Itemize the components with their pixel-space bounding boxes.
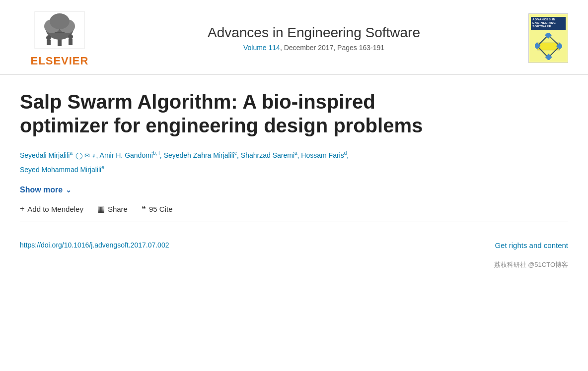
footer-bar: https://doi.org/10.1016/j.advengsoft.201… <box>0 232 588 258</box>
journal-title: Advances in Engineering Software <box>109 25 518 41</box>
author-mohammad[interactable]: Seyed Mohammad Mirjalili <box>20 166 101 174</box>
chevron-down-icon: ⌄ <box>66 186 72 194</box>
cite-button[interactable]: ❝ 95 Cite <box>142 204 173 214</box>
watermark: 荔枝科研社 @51CTO博客 <box>0 258 588 273</box>
share-button[interactable]: ▦ Share <box>97 204 128 214</box>
cover-header-bar: ADVANCES IN ENGINEERING SOFTWARE <box>531 17 566 30</box>
author-zahra[interactable]: Seyedeh Zahra Mirjalili <box>164 151 234 159</box>
show-more-button[interactable]: Show more ⌄ <box>20 181 72 199</box>
main-content: Salp Swarm Algorithm: A bio-inspired opt… <box>0 75 588 232</box>
svg-point-5 <box>50 13 70 29</box>
rights-link[interactable]: Get rights and content <box>495 241 568 249</box>
journal-cover-image: ADVANCES IN ENGINEERING SOFTWARE <box>528 13 568 63</box>
share-label: Share <box>108 205 128 213</box>
svg-rect-9 <box>69 39 73 45</box>
journal-header: ELSEVIER Advances in Engineering Softwar… <box>0 0 588 75</box>
plus-icon: + <box>20 204 24 213</box>
show-more-label: Show more <box>20 186 63 194</box>
add-mendeley-label: Add to Mendeley <box>27 205 83 213</box>
journal-meta: Volume 114, December 2017, Pages 163-191 <box>109 44 518 52</box>
share-icon: ▦ <box>97 204 105 214</box>
svg-point-6 <box>46 35 51 40</box>
authors-line: Seyedali Mirjalilia ◯ ✉ ♀ , Amir H. Gand… <box>20 149 568 161</box>
elsevier-logo: ELSEVIER <box>20 9 99 67</box>
cover-diamond <box>535 33 562 62</box>
author-mirjalili-icons: ◯ ✉ ♀ <box>75 151 96 161</box>
cite-label: 95 Cite <box>149 205 173 213</box>
journal-info: Advances in Engineering Software Volume … <box>99 25 528 52</box>
article-title: Salp Swarm Algorithm: A bio-inspired opt… <box>20 90 467 137</box>
action-bar: + Add to Mendeley ▦ Share ❝ 95 Cite <box>20 204 568 214</box>
authors-line-2: Seyed Mohammad Mirjalilie <box>20 164 568 175</box>
email-icon[interactable]: ✉ <box>84 151 90 161</box>
author-mirjalili[interactable]: Seyedali Mirjalili <box>20 151 70 159</box>
elsevier-tree-icon <box>30 9 89 54</box>
add-mendeley-button[interactable]: + Add to Mendeley <box>20 204 83 213</box>
author-gandomi[interactable]: Amir H. Gandomi <box>100 151 153 159</box>
author-saremi[interactable]: Shahrzad Saremi <box>241 151 294 159</box>
globe-icon[interactable]: ♀ <box>91 151 96 161</box>
journal-date: , December 2017, Pages 163-191 <box>280 44 384 52</box>
svg-rect-7 <box>47 40 51 45</box>
watermark-text: 荔枝科研社 @51CTO博客 <box>494 261 568 268</box>
svg-point-8 <box>68 34 73 39</box>
quote-icon: ❝ <box>142 204 146 214</box>
author-faris[interactable]: Hossam Faris <box>301 151 344 159</box>
person-icon[interactable]: ◯ <box>75 151 83 161</box>
elsevier-brand-text: ELSEVIER <box>31 55 89 67</box>
doi-link[interactable]: https://doi.org/10.1016/j.advengsoft.201… <box>20 241 169 249</box>
section-divider <box>20 222 568 222</box>
volume-link[interactable]: Volume 114 <box>243 44 280 52</box>
